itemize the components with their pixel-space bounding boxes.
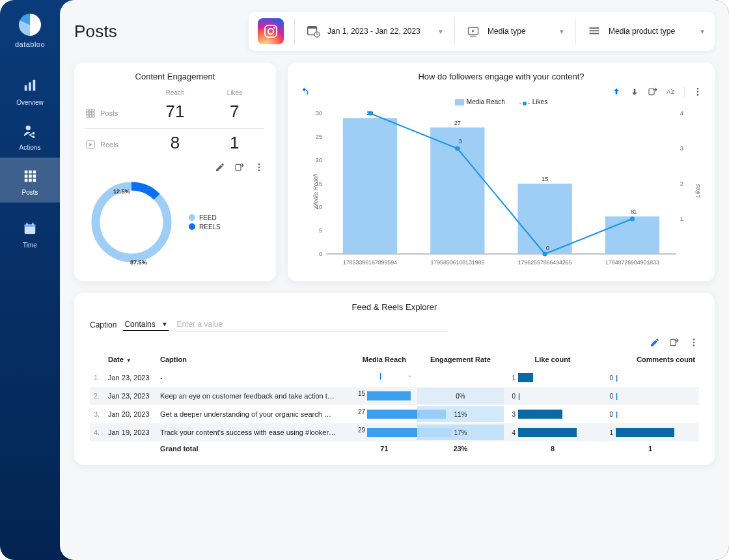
- nav-item-overview[interactable]: Overview: [0, 68, 60, 113]
- reels-reach-value: 8: [145, 129, 204, 160]
- filter-operator-select[interactable]: Contains ▼: [123, 318, 169, 331]
- more-icon[interactable]: [693, 87, 703, 97]
- svg-text:0: 0: [546, 245, 549, 251]
- card-title: How do followers engage with your conten…: [299, 72, 703, 81]
- svg-rect-12: [33, 175, 36, 178]
- play-small-icon: [86, 140, 95, 149]
- grid-small-icon: [86, 109, 95, 118]
- svg-text:17853396167899594: 17853396167899594: [343, 259, 397, 266]
- nav-item-label: Time: [23, 242, 37, 249]
- media-type-filter[interactable]: Media type ▼: [454, 18, 565, 44]
- brand-name: databloo: [15, 40, 45, 48]
- svg-point-79: [693, 345, 695, 347]
- calendar-icon: [21, 219, 39, 238]
- svg-rect-10: [25, 175, 28, 178]
- col-eng[interactable]: Engagement Rate: [417, 350, 504, 369]
- card-title: Content Engagement: [86, 72, 264, 81]
- svg-text:0: 0: [319, 251, 322, 257]
- posts-reach-value: 71: [145, 98, 204, 128]
- svg-point-77: [693, 339, 695, 341]
- undo-icon[interactable]: [299, 87, 310, 97]
- col-date[interactable]: Date▼: [104, 350, 156, 369]
- media-product-type-filter[interactable]: Media product type ▼: [575, 18, 706, 44]
- filter-field-label: Caption: [90, 320, 117, 329]
- table-header-row: Date▼ Caption Media Reach Engagement Rat…: [90, 350, 699, 369]
- grand-total-row: Grand total 71 23% 8 1: [90, 441, 699, 456]
- page-title: Posts: [74, 21, 117, 42]
- export-icon[interactable]: [234, 162, 245, 173]
- nav-item-posts[interactable]: Posts: [0, 158, 60, 203]
- col-reach[interactable]: Media Reach: [351, 350, 417, 369]
- bars-icon: [21, 77, 39, 95]
- col-comments[interactable]: Comments count: [601, 350, 699, 369]
- svg-rect-56: [343, 119, 397, 255]
- svg-point-78: [693, 342, 695, 344]
- svg-point-43: [697, 94, 699, 96]
- svg-point-75: [630, 217, 635, 221]
- svg-text:17848726904901833: 17848726904901833: [605, 259, 659, 266]
- col-likes[interactable]: Like count: [504, 350, 601, 369]
- nav-item-label: Actions: [20, 144, 41, 151]
- svg-rect-28: [590, 27, 599, 29]
- date-range-value: Jan 1, 2023 - Jan 22, 2023: [327, 27, 420, 36]
- svg-text:20: 20: [316, 157, 322, 163]
- nav-item-time[interactable]: Time: [0, 210, 60, 255]
- filter-value-input[interactable]: [175, 317, 448, 332]
- table-row[interactable]: 3.Jan 20, 2023Get a deeper understanding…: [90, 405, 699, 423]
- date-range-filter[interactable]: Jan 1, 2023 - Jan 22, 2023 ▼: [294, 18, 444, 44]
- main-content: Posts Jan 1, 2023 - Jan 22, 2023 ▼: [60, 0, 729, 560]
- chart-legend: Media Reach Likes: [299, 98, 703, 105]
- svg-text:27: 27: [454, 120, 461, 126]
- table-row[interactable]: 1.Jan 23, 2023--|10|: [90, 369, 699, 387]
- more-icon[interactable]: [254, 162, 264, 173]
- svg-rect-3: [33, 80, 36, 91]
- edit-icon[interactable]: [215, 162, 225, 173]
- actions-icon: [21, 122, 39, 140]
- svg-text:A: A: [667, 89, 670, 95]
- svg-rect-30: [590, 33, 599, 35]
- col-caption[interactable]: Caption: [156, 350, 351, 369]
- svg-point-22: [273, 27, 275, 29]
- svg-point-73: [455, 147, 460, 151]
- instagram-badge: [258, 18, 284, 44]
- svg-rect-1: [25, 85, 27, 91]
- svg-text:25: 25: [316, 133, 322, 140]
- svg-point-4: [26, 126, 31, 130]
- svg-text:1: 1: [633, 208, 637, 215]
- chevron-down-icon: ▼: [699, 28, 706, 35]
- svg-rect-24: [308, 27, 317, 29]
- play-box-icon: [465, 23, 481, 39]
- svg-rect-7: [25, 171, 28, 174]
- svg-rect-29: [590, 30, 599, 31]
- filter-strip: Jan 1, 2023 - Jan 22, 2023 ▼ Media type …: [249, 12, 715, 51]
- sidebar: databloo Overview Actions Posts Time: [0, 0, 60, 560]
- table-row[interactable]: 2.Jan 23, 2023Keep an eye on customer fe…: [90, 387, 699, 405]
- feed-pct-label: 87.5%: [130, 259, 147, 266]
- svg-rect-19: [33, 223, 34, 226]
- svg-rect-11: [29, 175, 32, 178]
- chevron-down-icon: ▼: [558, 28, 565, 35]
- donut-legend: FEED REELS: [189, 212, 221, 232]
- svg-text:3: 3: [680, 145, 683, 152]
- more-icon[interactable]: [689, 337, 699, 348]
- nav-item-actions[interactable]: Actions: [0, 113, 60, 158]
- svg-rect-9: [33, 171, 36, 174]
- edit-icon[interactable]: [650, 337, 660, 348]
- sort-az-icon[interactable]: AZ: [666, 87, 676, 97]
- svg-text:4: 4: [680, 110, 683, 117]
- table-row[interactable]: 4.Jan 19, 2023Track your content's succe…: [90, 423, 699, 441]
- card-title: Feed & Reels Explorer: [90, 302, 699, 312]
- svg-text:3: 3: [458, 138, 461, 145]
- svg-rect-68: [605, 217, 659, 255]
- calendar-clock-icon: [305, 23, 321, 39]
- svg-text:2: 2: [680, 180, 683, 187]
- followers-engage-chart-card: How do followers engage with your conten…: [288, 63, 715, 281]
- svg-point-72: [368, 111, 372, 116]
- arrow-up-icon[interactable]: [611, 87, 622, 97]
- arrow-down-icon[interactable]: [629, 87, 640, 97]
- export-icon[interactable]: [648, 87, 658, 97]
- export-icon[interactable]: [669, 337, 680, 348]
- svg-text:17958506108131985: 17958506108131985: [430, 259, 484, 266]
- svg-point-34: [258, 167, 260, 169]
- svg-rect-13: [25, 179, 28, 182]
